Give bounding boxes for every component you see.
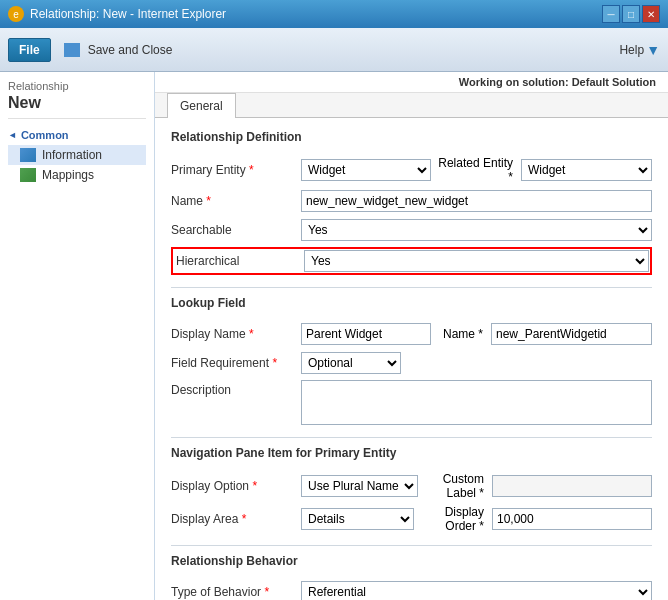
relationship-definition-section: Relationship Definition Primary Entity *…	[171, 130, 652, 275]
display-order-label: Display Order *	[414, 505, 492, 533]
sidebar-item-mappings-label: Mappings	[42, 168, 94, 182]
nav-pane-section: Navigation Pane Item for Primary Entity …	[171, 446, 652, 533]
field-requirement-row: Field Requirement * Optional	[171, 351, 652, 375]
lookup-name-input[interactable]	[491, 323, 652, 345]
nav-pane-title: Navigation Pane Item for Primary Entity	[171, 446, 652, 464]
display-name-input[interactable]	[301, 323, 431, 345]
field-requirement-label: Field Requirement *	[171, 356, 301, 370]
display-area-row: Display Area * Details Display Order *	[171, 505, 652, 533]
searchable-row: Searchable Yes	[171, 218, 652, 242]
sidebar-item-information[interactable]: Information	[8, 145, 146, 165]
breadcrumb: Relationship	[8, 80, 146, 92]
relationship-behavior-title: Relationship Behavior	[171, 554, 652, 572]
tab-bar: General	[155, 93, 668, 118]
tab-general[interactable]: General	[167, 93, 236, 118]
file-button[interactable]: File	[8, 38, 51, 62]
lookup-name-label: Name *	[431, 327, 491, 341]
related-entity-select[interactable]: Widget	[521, 159, 652, 181]
description-label: Description	[171, 380, 301, 397]
name-label: Name *	[171, 194, 301, 208]
description-textarea[interactable]	[301, 380, 652, 425]
type-behavior-label: Type of Behavior *	[171, 585, 301, 599]
close-button[interactable]: ✕	[642, 5, 660, 23]
common-section-header: Common	[8, 129, 146, 141]
minimize-button[interactable]: ─	[602, 5, 620, 23]
save-and-close-button[interactable]: Save and Close	[55, 38, 182, 62]
primary-entity-label: Primary Entity *	[171, 163, 301, 177]
information-icon	[20, 148, 36, 162]
name-row: Name *	[171, 189, 652, 213]
name-input[interactable]	[301, 190, 652, 212]
hierarchical-label: Hierarchical	[174, 254, 304, 268]
help-button[interactable]: Help ▼	[619, 42, 660, 58]
searchable-select[interactable]: Yes	[301, 219, 652, 241]
related-entity-label: Related Entity *	[431, 156, 521, 184]
mappings-icon	[20, 168, 36, 182]
page-title: New	[8, 94, 146, 119]
lookup-field-section: Lookup Field Display Name * Name *	[171, 296, 652, 425]
save-icon	[64, 43, 80, 57]
form-content: Relationship Definition Primary Entity *…	[155, 118, 668, 600]
sidebar: Relationship New Common Information Mapp…	[0, 72, 155, 600]
sidebar-item-information-label: Information	[42, 148, 102, 162]
type-behavior-row: Type of Behavior * Referential	[171, 580, 652, 600]
relationship-behavior-section: Relationship Behavior Type of Behavior *…	[171, 554, 652, 600]
searchable-label: Searchable	[171, 223, 301, 237]
display-area-select[interactable]: Details	[301, 508, 414, 530]
lookup-field-title: Lookup Field	[171, 296, 652, 314]
display-order-input[interactable]	[492, 508, 652, 530]
toolbar: File Save and Close Help ▼	[0, 28, 668, 72]
display-option-select[interactable]: Use Plural Name	[301, 475, 418, 497]
field-requirement-select[interactable]: Optional	[301, 352, 401, 374]
display-name-row: Display Name * Name *	[171, 322, 652, 346]
maximize-button[interactable]: □	[622, 5, 640, 23]
window-title: Relationship: New - Internet Explorer	[30, 7, 226, 21]
solution-bar: Working on solution: Default Solution	[155, 72, 668, 93]
help-dropdown-icon: ▼	[646, 42, 660, 58]
hierarchical-select[interactable]: Yes	[304, 250, 649, 272]
ie-icon: e	[8, 6, 24, 22]
display-area-label: Display Area *	[171, 512, 301, 526]
primary-entity-select[interactable]: Widget	[301, 159, 431, 181]
primary-related-entity-row: Primary Entity * Widget Related Entity *…	[171, 156, 652, 184]
custom-label-input[interactable]	[492, 475, 652, 497]
custom-label-label: Custom Label *	[418, 472, 492, 500]
display-name-label: Display Name *	[171, 327, 301, 341]
hierarchical-row: Hierarchical Yes	[171, 247, 652, 275]
relationship-definition-title: Relationship Definition	[171, 130, 652, 148]
description-row: Description	[171, 380, 652, 425]
display-option-row: Display Option * Use Plural Name Custom …	[171, 472, 652, 500]
type-behavior-select[interactable]: Referential	[301, 581, 652, 600]
sidebar-item-mappings[interactable]: Mappings	[8, 165, 146, 185]
display-option-label: Display Option *	[171, 479, 301, 493]
title-bar: e Relationship: New - Internet Explorer …	[0, 0, 668, 28]
main-content: Working on solution: Default Solution Ge…	[155, 72, 668, 600]
